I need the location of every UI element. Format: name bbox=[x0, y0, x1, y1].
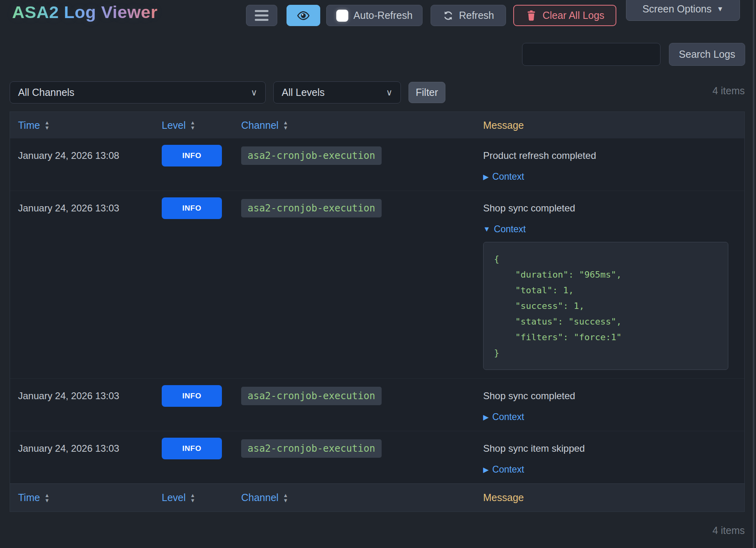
screen-options-button[interactable]: Screen Options ▼ bbox=[626, 0, 740, 21]
context-toggle[interactable]: ▶ Context bbox=[483, 171, 524, 182]
channel-badge: asa2-cronjob-execution bbox=[241, 199, 382, 217]
items-count: 4 items bbox=[712, 85, 745, 97]
context-toggle[interactable]: ▶ Context bbox=[483, 412, 524, 422]
context-triangle-icon: ▶ bbox=[483, 173, 489, 181]
channel-badge: asa2-cronjob-execution bbox=[241, 439, 382, 458]
column-header-time[interactable]: Time ▲▼ bbox=[10, 484, 154, 511]
channel-filter-value: All Channels bbox=[18, 87, 74, 98]
visibility-toggle-button[interactable] bbox=[287, 5, 320, 26]
column-header-message: Message bbox=[475, 112, 744, 138]
chevron-down-icon: ∨ bbox=[251, 87, 257, 98]
context-toggle[interactable]: ▼ Context bbox=[483, 224, 526, 235]
context-triangle-icon: ▶ bbox=[483, 413, 489, 422]
sort-icon: ▲▼ bbox=[190, 120, 195, 130]
context-label: Context bbox=[494, 224, 526, 235]
refresh-icon bbox=[443, 10, 454, 21]
column-header-message: Message bbox=[475, 484, 744, 511]
chevron-down-icon: ∨ bbox=[386, 87, 392, 98]
log-message: Shop sync completed bbox=[483, 390, 575, 402]
items-count-bottom: 4 items bbox=[712, 525, 745, 536]
channel-badge: asa2-cronjob-execution bbox=[241, 387, 382, 405]
table-footer-header: Time ▲▼ Level ▲▼ Channel ▲▼ Message bbox=[10, 483, 744, 511]
clear-all-logs-button[interactable]: Clear All Logs bbox=[513, 5, 616, 26]
sort-icon: ▲▼ bbox=[190, 493, 195, 503]
context-json: { "duration": "965ms", "total": 1, "succ… bbox=[483, 242, 728, 370]
log-row: January 24, 2026 13:03 INFO asa2-cronjob… bbox=[10, 378, 744, 431]
auto-refresh-label: Auto-Refresh bbox=[354, 10, 413, 21]
screen-options-label: Screen Options bbox=[642, 3, 711, 15]
level-filter-value: All Levels bbox=[282, 87, 325, 98]
level-badge: INFO bbox=[162, 197, 222, 219]
channel-badge: asa2-cronjob-execution bbox=[241, 146, 382, 165]
sort-icon: ▲▼ bbox=[283, 493, 288, 503]
context-triangle-icon: ▼ bbox=[483, 225, 490, 233]
table-body: January 24, 2026 13:08 INFO asa2-cronjob… bbox=[10, 138, 744, 483]
refresh-label: Refresh bbox=[459, 10, 494, 21]
level-filter-select[interactable]: All Levels ∨ bbox=[273, 81, 401, 104]
sort-icon: ▲▼ bbox=[283, 120, 288, 130]
log-message: Product refresh completed bbox=[483, 150, 596, 161]
column-header-time[interactable]: Time ▲▼ bbox=[10, 112, 154, 138]
refresh-button[interactable]: Refresh bbox=[431, 5, 506, 26]
filter-button[interactable]: Filter bbox=[408, 82, 445, 103]
channel-filter-select[interactable]: All Channels ∨ bbox=[10, 81, 266, 104]
auto-refresh-button[interactable]: Auto-Refresh bbox=[326, 5, 423, 26]
hamburger-icon bbox=[255, 10, 268, 21]
context-label: Context bbox=[492, 464, 524, 475]
level-badge: INFO bbox=[162, 385, 222, 407]
auto-refresh-checkbox[interactable] bbox=[336, 10, 348, 22]
context-toggle[interactable]: ▶ Context bbox=[483, 464, 524, 475]
log-time: January 24, 2026 13:03 bbox=[18, 390, 119, 402]
column-header-level[interactable]: Level ▲▼ bbox=[154, 484, 233, 511]
context-triangle-icon: ▶ bbox=[483, 465, 489, 474]
search-input[interactable] bbox=[522, 43, 660, 66]
log-row: January 24, 2026 13:03 INFO asa2-cronjob… bbox=[10, 431, 744, 483]
log-time: January 24, 2026 13:03 bbox=[18, 203, 119, 214]
clear-all-logs-label: Clear All Logs bbox=[543, 10, 604, 21]
sort-icon: ▲▼ bbox=[45, 120, 50, 130]
log-time: January 24, 2026 13:03 bbox=[18, 443, 119, 454]
caret-down-icon: ▼ bbox=[717, 5, 723, 13]
eye-icon bbox=[297, 9, 310, 22]
column-header-channel[interactable]: Channel ▲▼ bbox=[233, 112, 475, 138]
column-header-channel[interactable]: Channel ▲▼ bbox=[233, 484, 475, 511]
log-time: January 24, 2026 13:08 bbox=[18, 150, 119, 161]
log-table: Time ▲▼ Level ▲▼ Channel ▲▼ Message Janu… bbox=[10, 112, 745, 512]
level-badge: INFO bbox=[162, 145, 222, 166]
page-title: ASA2 Log Viewer bbox=[8, 1, 162, 24]
log-row: January 24, 2026 13:08 INFO asa2-cronjob… bbox=[10, 138, 744, 191]
log-message: Shop sync completed bbox=[483, 203, 575, 214]
table-header: Time ▲▼ Level ▲▼ Channel ▲▼ Message bbox=[10, 112, 744, 138]
scrollbar[interactable] bbox=[753, 0, 754, 548]
trash-icon bbox=[525, 10, 537, 22]
menu-button[interactable] bbox=[246, 5, 277, 26]
sort-icon: ▲▼ bbox=[45, 493, 50, 503]
level-badge: INFO bbox=[162, 438, 222, 459]
log-row: January 24, 2026 13:03 INFO asa2-cronjob… bbox=[10, 191, 744, 378]
search-logs-button[interactable]: Search Logs bbox=[669, 43, 745, 66]
context-label: Context bbox=[492, 171, 524, 182]
log-message: Shop sync item skipped bbox=[483, 443, 585, 454]
column-header-level[interactable]: Level ▲▼ bbox=[154, 112, 233, 138]
context-label: Context bbox=[492, 412, 524, 422]
